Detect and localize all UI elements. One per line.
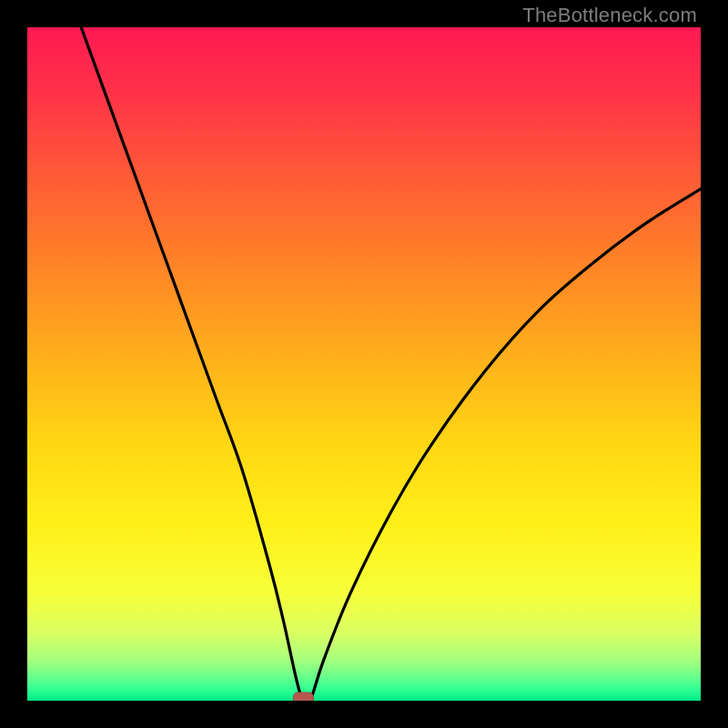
bottleneck-chart bbox=[27, 27, 701, 701]
gradient-background bbox=[27, 27, 701, 701]
optimal-point-marker bbox=[293, 693, 313, 701]
watermark-text: TheBottleneck.com bbox=[522, 4, 697, 27]
outer-frame: TheBottleneck.com bbox=[0, 0, 728, 728]
plot-area bbox=[27, 27, 701, 701]
